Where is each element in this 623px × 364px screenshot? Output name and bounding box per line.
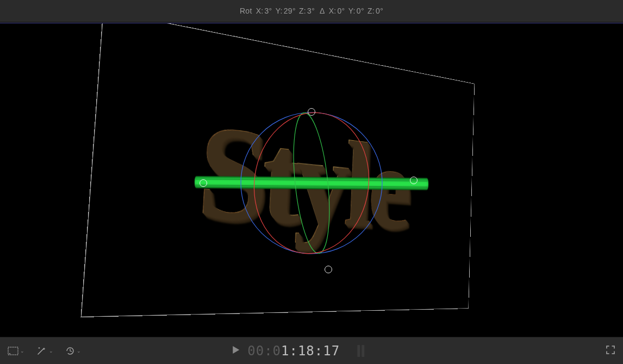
gizmo-handle-top[interactable] bbox=[308, 108, 315, 116]
rotation-ring-x[interactable] bbox=[245, 105, 378, 261]
chevron-down-icon: ⌄ bbox=[77, 348, 81, 354]
rotation-gizmo[interactable] bbox=[230, 102, 393, 265]
rot-z-value: 3° bbox=[307, 7, 315, 15]
delta-x-value: 0° bbox=[338, 7, 345, 15]
retime-menu[interactable]: ⌄ bbox=[65, 346, 81, 356]
view-layout-menu[interactable]: ⌄ bbox=[8, 347, 24, 355]
timecode-value: 1:18:17 bbox=[281, 343, 340, 359]
rot-x-label: X: bbox=[256, 7, 264, 15]
timecode-display[interactable]: 00:01:18:17 bbox=[247, 343, 340, 359]
svg-point-2 bbox=[9, 353, 10, 354]
timecode-leading: 00:0 bbox=[247, 343, 281, 359]
audio-meter bbox=[357, 345, 364, 357]
viewer-canvas[interactable]: Style bbox=[0, 23, 623, 337]
effects-enhancements-menu[interactable]: ⌄ bbox=[36, 346, 53, 356]
delta-x-label: X: bbox=[329, 7, 337, 15]
fullscreen-button[interactable] bbox=[606, 345, 615, 357]
rot-x-value: 3° bbox=[264, 7, 272, 15]
delta-z-label: Z: bbox=[367, 7, 375, 15]
gizmo-handle-right[interactable] bbox=[410, 177, 418, 184]
chevron-down-icon: ⌄ bbox=[20, 348, 24, 354]
transform-readout-bar: Rot X: 3° Y: 29° Z: 3° Δ X: 0° Y: 0° Z: … bbox=[0, 0, 623, 22]
gizmo-handle-left[interactable] bbox=[200, 179, 207, 187]
rot-y-label: Y: bbox=[276, 7, 283, 15]
delta-y-label: Y: bbox=[348, 7, 356, 15]
delta-z-value: 0° bbox=[376, 7, 383, 15]
play-button[interactable] bbox=[232, 346, 240, 356]
viewer-toolbar: ⌄ ⌄ ⌄ 00:01:18:17 bbox=[0, 337, 623, 364]
rotation-ring-z[interactable] bbox=[241, 112, 382, 254]
rot-label: Rot bbox=[240, 7, 252, 15]
delta-label: Δ bbox=[320, 7, 325, 15]
chevron-down-icon: ⌄ bbox=[49, 348, 53, 354]
delta-y-value: 0° bbox=[357, 7, 364, 15]
rot-y-value: 29° bbox=[284, 7, 296, 15]
rotation-ring-y[interactable] bbox=[288, 111, 335, 255]
gizmo-handle-bottom[interactable] bbox=[325, 266, 332, 273]
rot-z-label: Z: bbox=[299, 7, 306, 15]
